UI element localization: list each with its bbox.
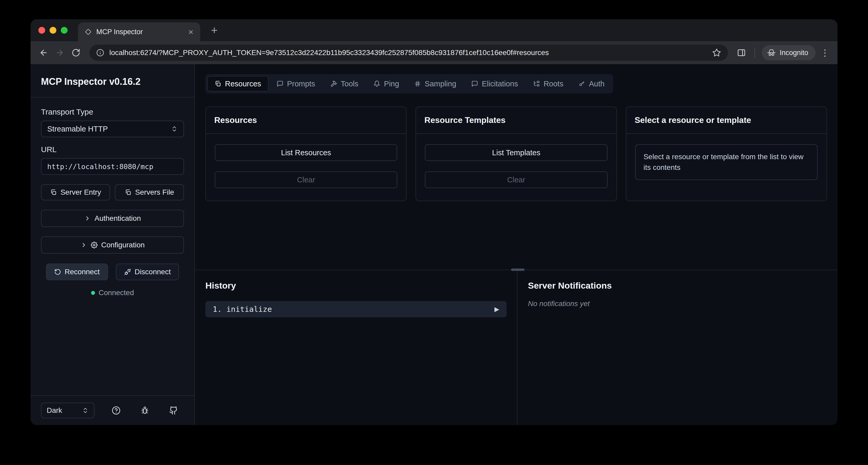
theme-value: Dark [47,406,62,415]
tab-elicitations-label: Elicitations [482,80,518,88]
side-panel-icon[interactable] [735,46,748,59]
minimize-window-button[interactable] [50,27,56,34]
connection-status: Connected [41,288,184,297]
history-pane: History 1. initialize ▶ [195,270,517,425]
chevron-right-icon [84,215,91,222]
server-url-input[interactable] [47,162,178,170]
message-square-icon [471,81,478,87]
reconnect-button[interactable]: Reconnect [46,264,108,280]
chevrons-up-down-icon [171,125,178,132]
chevron-right-icon [81,242,87,248]
bookmark-star-icon[interactable] [712,48,721,57]
tab-title: MCP Inspector [96,28,143,36]
close-window-button[interactable] [38,27,45,34]
back-icon[interactable] [37,46,50,59]
clear-resources-button[interactable]: Clear [215,172,397,188]
files-icon [215,81,221,87]
tab-ping[interactable]: Ping [367,76,406,91]
expand-caret-icon[interactable]: ▶ [495,306,499,313]
server-notifications-pane: Server Notifications No notifications ye… [518,270,837,425]
history-item-initialize[interactable]: 1. initialize ▶ [206,301,506,317]
disconnect-label: Disconnect [135,268,171,276]
url-text[interactable]: localhost:6274/?MCP_PROXY_AUTH_TOKEN=9e7… [110,49,707,57]
resource-detail-panel: Select a resource or template Select a r… [626,106,827,201]
hash-icon [414,81,421,87]
resources-panel: Resources List Resources Clear [206,106,407,201]
key-icon [579,81,585,87]
resources-panel-title: Resources [206,107,406,134]
browser-menu-icon[interactable]: ⋮ [819,48,831,58]
address-bar[interactable]: localhost:6274/?MCP_PROXY_AUTH_TOKEN=9e7… [90,44,728,61]
copy-icon [125,189,131,196]
help-icon[interactable] [109,403,123,417]
tab-prompts-label: Prompts [287,80,315,88]
browser-toolbar: localhost:6274/?MCP_PROXY_AUTH_TOKEN=9e7… [31,41,837,64]
theme-select[interactable]: Dark [41,403,94,418]
tab-ping-label: Ping [384,80,399,88]
reload-icon[interactable] [70,46,82,59]
server-entry-label: Server Entry [61,188,101,196]
tab-tools[interactable]: Tools [323,76,365,91]
resource-detail-panel-title: Select a resource or template [626,107,827,134]
mcp-inspector-app: MCP Inspector v0.16.2 Transport Type Str… [31,64,837,425]
app-title: MCP Inspector v0.16.2 [31,64,194,98]
incognito-icon [767,48,776,57]
disconnect-button[interactable]: Disconnect [116,264,179,280]
incognito-badge[interactable]: Incognito [762,45,815,60]
app-tab-bar: Resources Prompts Tools Ping [206,74,613,93]
no-notifications-text: No notifications yet [528,300,827,308]
bottom-split-section: History 1. initialize ▶ Server Notificat… [195,270,837,425]
chevrons-up-down-icon [82,407,89,414]
tab-elicitations[interactable]: Elicitations [465,76,525,91]
message-square-icon [277,81,283,87]
toolbar-separator [754,47,755,58]
forward-icon[interactable] [54,46,66,59]
zoom-window-button[interactable] [61,27,68,34]
panels-row: Resources List Resources Clear Resource … [206,106,827,201]
resource-detail-placeholder: Select a resource or template from the l… [635,144,818,180]
split-drag-handle[interactable] [511,269,525,271]
tab-tools-label: Tools [341,80,359,88]
browser-tab-mcp-inspector[interactable]: MCP Inspector × [78,23,200,41]
tab-roots[interactable]: Roots [526,76,570,91]
tab-sampling[interactable]: Sampling [407,76,463,91]
resource-templates-panel-title: Resource Templates [416,107,616,134]
new-tab-button[interactable]: + [207,23,222,38]
configuration-toggle[interactable]: Configuration [41,237,184,254]
site-info-icon[interactable] [96,49,104,57]
bug-report-icon[interactable] [138,403,152,417]
tab-resources[interactable]: Resources [208,76,268,91]
gear-icon [91,242,98,248]
tab-close-icon[interactable]: × [188,27,193,36]
servers-file-button[interactable]: Servers File [115,184,184,200]
url-label: URL [41,145,184,154]
resource-templates-panel: Resource Templates List Templates Clear [415,106,617,201]
tab-sampling-label: Sampling [425,80,456,88]
reconnect-label: Reconnect [65,268,100,276]
transport-type-select[interactable]: Streamable HTTP [41,121,184,137]
tab-roots-label: Roots [544,80,563,88]
server-url-field[interactable] [41,158,184,175]
transport-type-label: Transport Type [41,107,184,116]
restart-icon [54,269,61,275]
authentication-toggle[interactable]: Authentication [41,210,184,227]
server-notifications-title: Server Notifications [528,280,827,291]
clear-templates-button[interactable]: Clear [425,172,607,188]
tab-auth[interactable]: Auth [572,76,612,91]
window-controls [38,27,68,34]
screen-background: MCP Inspector × + localhost:6274/?MCP_PR… [0,0,868,465]
tab-prompts[interactable]: Prompts [270,76,322,91]
servers-file-label: Servers File [135,188,174,196]
bell-icon [373,81,380,87]
copy-icon [50,189,57,196]
github-icon[interactable] [166,403,181,417]
hammer-icon [331,81,337,87]
browser-window: MCP Inspector × + localhost:6274/?MCP_PR… [31,19,837,425]
list-resources-button[interactable]: List Resources [215,144,397,161]
configuration-label: Configuration [101,241,145,249]
list-templates-button[interactable]: List Templates [425,144,607,161]
sidebar: MCP Inspector v0.16.2 Transport Type Str… [31,64,195,425]
server-entry-button[interactable]: Server Entry [41,184,110,200]
tab-resources-label: Resources [225,80,261,88]
tab-auth-label: Auth [589,80,605,88]
